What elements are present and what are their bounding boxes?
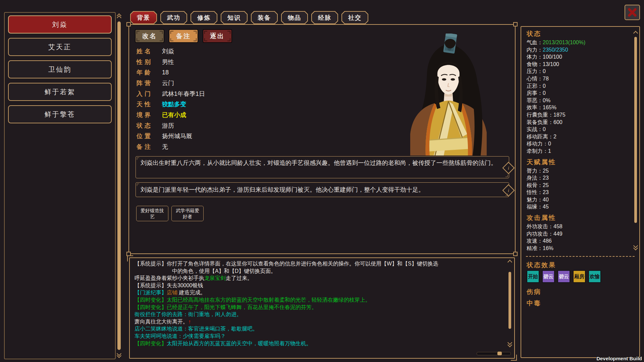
action-button-row: 改名 备注 逐出 [135,29,232,43]
status-effect-badge[interactable]: 碧云 [557,270,570,283]
stat-label: 体力： [527,54,543,60]
field-value: 18 [162,69,169,76]
tab-2[interactable]: 修炼 [191,11,217,24]
scrollbar-thumb[interactable] [508,272,511,329]
field-value: 无 [162,143,168,151]
info-button[interactable]: i [502,162,515,174]
trait-tag[interactable]: 武学书籍爱好者 [171,206,204,221]
log-lines: 【系统提示】你打开了角色详情界面，在这里你可以查看角色的信息并进行角色相关的操作… [135,260,503,347]
log-segment: 【系统提示】你打开了角色详情界面，在这里你可以查看角色的信息并进行角色相关的操作… [135,261,438,266]
log-segment: 太阳开始从西方的瓦蓝瓦蓝的天空中，暖暖地照着万物生机。 [167,341,312,346]
log-segment: 建造完成。 [177,290,206,295]
profile-fields: 姓名刘焱性别男性年龄18阵营云门入门武林1年春季1日天性狡黠多变境界已有小成状态… [137,46,205,152]
stat-label: 精准： [527,245,543,251]
stat-label: 内功攻击： [527,231,553,237]
log-line: 【四时变化】太阳开始从西方的瓦蓝瓦蓝的天空中，暖暖地照着万物生机。 [135,340,503,347]
note-label: 备注 [176,32,191,41]
note-button[interactable]: 备注 [169,29,198,43]
stat-label: 福缘： [527,204,543,209]
log-segment: 车夫笑呵呵地说道：少侠需要雇车吗？ [135,333,226,339]
status-effects-header: 状态效果 [527,261,556,269]
tab-4[interactable]: 装备 [251,11,278,24]
sidebar-character-button[interactable]: 艾天正 [8,38,112,56]
info-button[interactable]: i [502,184,515,197]
field-label: 备注 [137,143,162,151]
scroll-up-icon[interactable] [633,31,638,36]
tab-label: 装备 [252,12,277,23]
log-line: 中的角色，使用【A】和【D】键切换页面。 [135,267,503,275]
tab-5[interactable]: 物品 [281,11,308,24]
tab-label: 修炼 [191,12,217,23]
log-scrollbar[interactable] [507,260,512,350]
sidebar-character-button[interactable]: 鲜于擎苍 [8,105,112,123]
sidebar-character-button[interactable]: 刘焱 [8,15,112,34]
stat-label: 房事： [527,90,543,96]
stat-row: 食物：13/100 [527,61,631,68]
stat-label: 行囊负重： [527,112,553,118]
stats-panel: 状态气血：2013/2013(100%)内力：2350/2350体力：100/1… [521,26,640,358]
status-effect-badge[interactable]: 欢愉 [588,270,601,283]
stat-row: 心情：78 [527,75,631,82]
slider-handle[interactable] [497,351,502,356]
field-label: 入门 [137,90,162,98]
stat-row: 牵制力：1 [527,147,631,155]
stat-label: 正邪： [527,83,543,89]
info-icon: i [505,164,512,172]
log-segment: 衙役拦住了你的去路：衙门重地，闲人勿进。 [135,311,242,317]
bio-text-1: 刘焱出生时重八斤六两，从小就比同龄人壮实，对锻造的手艺很感兴趣。他曾遇到一位过路… [141,160,497,166]
field-label: 境界 [137,111,162,119]
stat-row: 行囊负重：1875 [527,111,631,119]
status-effect-badge[interactable]: 开始 [527,270,539,283]
status-effect-badge[interactable]: 碧云 [542,270,555,283]
tab-7[interactable]: 社交 [341,11,368,24]
stat-value: 0 [543,83,546,89]
field-label: 天性 [137,100,162,108]
field-label: 位置 [137,132,162,140]
stat-row: 气血：2013/2013(100%) [527,39,631,46]
expel-button[interactable]: 逐出 [203,29,232,43]
tab-6[interactable]: 经脉 [311,11,338,24]
stat-row: 压力：0 [527,68,631,75]
log-horizontal-slider[interactable] [477,352,511,355]
stat-row: 正邪：0 [527,82,631,90]
dev-build-watermark: Development Build [596,356,642,361]
tab-label: 经脉 [312,12,337,23]
log-segment: 中的角色，使用【A】和【D】键切换页面。 [172,268,276,274]
log-segment: 店铺 [167,290,177,295]
poison-label: 中毒 [527,299,541,308]
tab-0[interactable]: 背景 [130,11,157,24]
field-value: 刘焱 [162,47,174,55]
log-line: 【四时变化】太阳已经高高地挂在东方的碧蓝的天空中散射着柔和的光芒，轻轻洒在嫩绿的… [135,296,503,304]
log-line: 店小二笑眯眯地说道：客官进来喝口茶，歇歇腿吧。 [135,325,503,333]
stat-value: 25 [543,182,549,188]
character-sidebar: 刘焱艾天正卫仙韵鲜于若絮鲜于擎苍 [4,12,116,359]
scrollbar-thumb[interactable] [117,21,121,350]
scrollbar-thumb[interactable] [634,37,637,223]
tab-label: 物品 [282,12,307,23]
tab-3[interactable]: 知识 [221,11,248,24]
scroll-up-icon[interactable] [507,260,512,264]
bio-text-2: 刘焱是门派里年轻一代的杰出弟子，游历归来后却发现师门被灭。他决心重建师门，整个人… [141,186,424,193]
log-line: 【系统提示】你打开了角色详情界面，在这里你可以查看角色的信息并进行角色相关的操作… [135,260,503,267]
status-effect-badge[interactable]: 厢房 [573,270,586,283]
log-segment: 【四时变化】太阳已经高高地挂在东方的碧蓝的天空中散射着柔和的光芒，轻轻洒在嫩绿的… [135,297,371,303]
stat-label: 移动力： [527,141,548,146]
tab-1[interactable]: 武功 [160,11,187,24]
stats-scrollbar[interactable] [633,31,638,252]
stat-row: 悟性：23 [527,189,631,196]
log-segment: 【系统提示】失去30000银钱 [135,283,203,288]
trait-tag[interactable]: 爱好锻造技艺 [136,206,168,221]
sidebar-scrollbar[interactable] [116,13,122,359]
field-value: 男性 [162,58,174,66]
close-button[interactable] [625,5,640,20]
field-value: 云门 [162,79,174,87]
log-segment: 店小二笑眯眯地说道：客官进来喝口茶，歇歇腿吧。 [135,326,258,331]
sidebar-character-button[interactable]: 卫仙韵 [8,60,112,78]
rename-button[interactable]: 改名 [135,29,164,43]
sidebar-character-button[interactable]: 鲜于若絮 [8,83,112,101]
character-portrait [398,34,499,156]
close-x-icon [626,6,639,19]
stat-label: 外功攻击： [527,224,553,229]
info-icon: i [505,187,512,194]
stat-row: 福缘：45 [527,203,631,210]
